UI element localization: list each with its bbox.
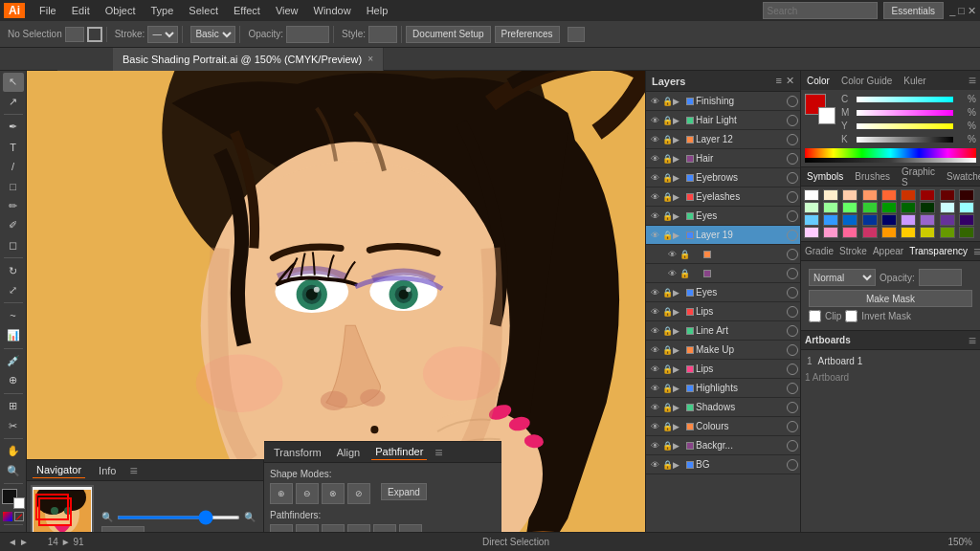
layer-target[interactable] — [787, 459, 798, 471]
layer-lock[interactable]: 🔒 — [661, 116, 673, 125]
layer-item[interactable]: 👁 🔒 ▶ Eyelashes — [646, 187, 800, 207]
layer-lock[interactable]: 🔒 — [661, 192, 673, 202]
layer-visibility[interactable]: 👁 — [648, 116, 661, 125]
gradient-icon[interactable] — [3, 512, 12, 521]
prev-arrow[interactable]: ◄ — [8, 537, 17, 547]
layer-target[interactable] — [787, 96, 798, 107]
swatch-cell[interactable] — [940, 189, 955, 201]
type-tool[interactable]: T — [3, 138, 24, 157]
brushes-tab[interactable]: Brushes — [853, 169, 892, 184]
swatch-cell[interactable] — [920, 214, 935, 226]
layer-target[interactable] — [787, 325, 798, 337]
layer-item[interactable]: 👁 🔒 ▶ Hair Light — [646, 111, 800, 130]
swatch-cell[interactable] — [901, 227, 916, 238]
swatch-cell[interactable] — [804, 214, 819, 226]
layer-item[interactable]: 👁 🔒 ▶ Shadows — [646, 398, 800, 417]
layer-visibility[interactable]: 👁 — [648, 211, 661, 221]
layer-expand[interactable]: ▶ — [673, 135, 684, 144]
layer-target[interactable] — [787, 249, 798, 260]
layer-visibility[interactable]: 👁 — [648, 460, 661, 470]
slice-tool[interactable]: ✂ — [3, 416, 24, 435]
layer-lock[interactable]: 🔒 — [661, 403, 673, 412]
layer-item[interactable]: 👁 🔒 ▶ Eyebrows — [646, 168, 800, 187]
layer-visibility[interactable]: 👁 — [648, 422, 661, 431]
artboard-tool[interactable]: ⊞ — [3, 397, 24, 416]
swatch-cell[interactable] — [959, 202, 974, 213]
swatch-cell[interactable] — [881, 214, 897, 226]
exclude-button[interactable]: ⊘ — [347, 483, 370, 504]
swatch-cell[interactable] — [901, 214, 916, 226]
layer-target[interactable] — [787, 402, 798, 413]
c-slider[interactable] — [857, 97, 953, 102]
artboards-menu[interactable]: ≡ — [969, 333, 976, 348]
color-spectrum[interactable] — [805, 148, 976, 158]
navigator-menu[interactable]: ≡ — [129, 463, 137, 478]
layer-lock[interactable]: 🔒 — [661, 460, 673, 470]
next-arrow[interactable]: ► — [19, 537, 29, 547]
layer-expand[interactable]: ▶ — [673, 97, 684, 106]
layer-expand[interactable]: ▶ — [673, 460, 684, 470]
layer-lock[interactable]: 🔒 — [661, 364, 673, 374]
layer-target[interactable] — [787, 306, 798, 318]
layer-item[interactable]: 👁 🔒 ▶ Backgr... — [646, 436, 800, 455]
layer-item[interactable]: 👁 🔒 ▶ Make Up — [646, 341, 800, 360]
layer-item[interactable]: 👁 🔒 ▶ Lips — [646, 302, 800, 321]
hand-tool[interactable]: ✋ — [3, 442, 24, 461]
menu-file[interactable]: File — [33, 3, 63, 18]
pathfinder-tab[interactable]: Pathfinder — [371, 444, 427, 460]
swatch-cell[interactable] — [959, 227, 974, 238]
layer-item[interactable]: 👁 🔒 ▶ Layer 12 — [646, 130, 800, 149]
pen-tool[interactable]: ✒ — [3, 118, 24, 137]
layer-expand[interactable]: ▶ — [673, 441, 684, 451]
y-slider[interactable] — [857, 123, 953, 129]
expand-button[interactable]: Expand — [381, 483, 427, 500]
stroke-select[interactable]: — — [147, 26, 178, 43]
layer-item[interactable]: 👁 🔒 ▶ Eyes — [646, 207, 800, 226]
layer-expand[interactable]: ▶ — [673, 192, 684, 202]
intersect-button[interactable]: ⊗ — [322, 483, 345, 504]
layer-expand[interactable]: ▶ — [673, 422, 684, 431]
pencil-tool[interactable]: ✐ — [3, 216, 24, 235]
swatch-cell[interactable] — [862, 202, 878, 213]
swatch-cell[interactable] — [920, 227, 935, 238]
layer-target[interactable] — [787, 383, 798, 394]
layer-expand[interactable]: ▶ — [673, 231, 684, 240]
make-mask-button[interactable]: Make Mask — [809, 290, 972, 307]
brush-select[interactable]: Basic — [190, 26, 235, 43]
swatch-cell[interactable] — [940, 214, 955, 226]
color-guide-tab[interactable]: Color Guide — [839, 74, 894, 88]
layer-expand[interactable]: ▶ — [673, 288, 684, 298]
layer-item[interactable]: 👁 🔒 — [646, 245, 800, 264]
layer-expand[interactable]: ▶ — [673, 364, 684, 374]
swatch-cell[interactable] — [862, 214, 878, 226]
blend-mode-select[interactable]: Normal — [809, 269, 876, 286]
layer-target[interactable] — [787, 364, 798, 375]
swatch-cell[interactable] — [862, 227, 878, 238]
info-tab[interactable]: Info — [95, 463, 120, 478]
swatch-cell[interactable] — [862, 189, 878, 201]
document-tab[interactable]: Basic Shading Portrait.ai @ 150% (CMYK/P… — [113, 48, 384, 71]
menu-help[interactable]: Help — [360, 3, 395, 18]
layer-lock[interactable]: 🔒 — [679, 250, 690, 259]
align-tab[interactable]: Align — [333, 445, 364, 460]
swatch-cell[interactable] — [940, 227, 955, 238]
layer-visibility[interactable]: 👁 — [648, 364, 661, 374]
swatch-cell[interactable] — [842, 189, 858, 201]
layer-target[interactable] — [787, 344, 798, 356]
transparency-tab[interactable]: Transparency — [909, 246, 968, 256]
eyedropper-tool[interactable]: 💉 — [3, 351, 24, 370]
layers-panel-menu[interactable]: ≡ — [776, 75, 782, 87]
layer-lock[interactable]: 🔒 — [661, 231, 673, 240]
layer-expand[interactable]: ▶ — [673, 154, 684, 164]
layer-lock[interactable]: 🔒 — [661, 97, 673, 106]
layer-expand[interactable]: ▶ — [673, 211, 684, 221]
layer-target[interactable] — [787, 287, 798, 298]
layer-visibility[interactable]: 👁 — [648, 307, 661, 317]
layer-visibility[interactable]: 👁 — [648, 345, 661, 355]
view-btn[interactable] — [568, 27, 585, 42]
swatch-cell[interactable] — [881, 227, 897, 238]
nav-zoom-slider[interactable] — [117, 516, 240, 519]
layer-visibility[interactable]: 👁 — [648, 135, 661, 144]
layer-visibility[interactable]: 👁 — [648, 403, 661, 412]
layer-item[interactable]: 👁 🔒 ▶ Line Art — [646, 321, 800, 341]
